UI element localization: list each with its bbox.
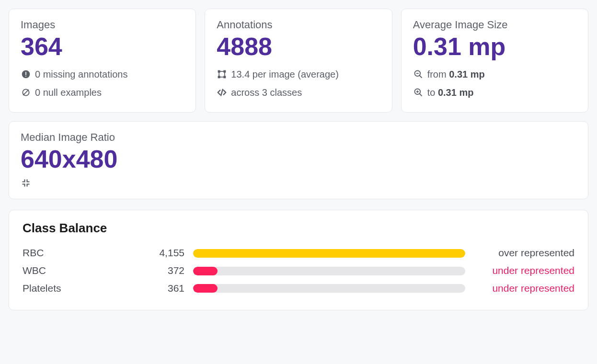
minimize-icon: [21, 178, 31, 188]
median-ratio-title: Median Image Ratio: [21, 131, 576, 144]
annotations-perimage-text: 13.4 per image (average): [231, 65, 339, 83]
median-ratio-icon-row: [21, 178, 576, 188]
class-name: WBC: [23, 262, 138, 280]
class-bar-fill: [193, 284, 218, 293]
avg-size-to-text: to 0.31 mp: [427, 83, 474, 102]
avg-size-title: Average Image Size: [413, 19, 576, 31]
class-balance-row: RBC4,155over represented: [23, 244, 574, 262]
class-name: Platelets: [23, 280, 138, 297]
svg-rect-8: [218, 76, 220, 78]
avg-size-card: Average Image Size 0.31 mp from 0.31 mp …: [401, 9, 588, 113]
svg-line-12: [419, 76, 422, 78]
class-count: 361: [146, 280, 184, 297]
class-balance-card: Class Balance RBC4,155over representedWB…: [9, 210, 588, 310]
svg-rect-1: [25, 72, 26, 75]
class-status: under represented: [474, 262, 574, 280]
svg-line-15: [419, 94, 422, 96]
avg-size-from-row: from 0.31 mp: [413, 65, 576, 83]
images-null-text: 0 null examples: [35, 83, 102, 102]
class-bar: [193, 249, 465, 258]
annotations-card: Annotations 4888 13.4 per image (average…: [205, 9, 392, 113]
bounding-box-icon: [217, 69, 227, 80]
svg-rect-2: [25, 76, 26, 77]
class-balance-rows: RBC4,155over representedWBC372under repr…: [23, 244, 574, 297]
svg-rect-6: [218, 71, 220, 72]
annotations-classes-text: across 3 classes: [231, 83, 302, 102]
class-balance-row: Platelets361under represented: [23, 280, 574, 297]
images-title: Images: [21, 19, 184, 31]
annotations-classes-row: across 3 classes: [217, 83, 380, 102]
annotations-perimage-row: 13.4 per image (average): [217, 65, 380, 83]
zoom-out-icon: [413, 69, 424, 80]
annotations-value: 4888: [217, 33, 380, 60]
avg-size-to-row: to 0.31 mp: [413, 83, 576, 102]
avg-size-from-text: from 0.31 mp: [427, 65, 485, 83]
stats-top-row: Images 364 0 missing annotations 0 null …: [9, 9, 588, 113]
svg-rect-9: [224, 76, 225, 78]
class-bar-fill: [193, 267, 218, 275]
images-missing-text: 0 missing annotations: [35, 65, 127, 83]
median-ratio-value: 640x480: [21, 146, 576, 173]
avg-size-value: 0.31 mp: [413, 33, 576, 60]
class-bar: [193, 284, 465, 293]
class-balance-title: Class Balance: [23, 221, 574, 236]
annotations-title: Annotations: [217, 19, 380, 31]
zoom-in-icon: [413, 87, 424, 98]
images-null-row: 0 null examples: [21, 83, 184, 102]
median-ratio-card: Median Image Ratio 640x480: [9, 121, 588, 199]
class-name: RBC: [23, 244, 138, 262]
images-missing-row: 0 missing annotations: [21, 65, 184, 83]
class-status: under represented: [474, 280, 574, 297]
class-bar-fill: [193, 249, 465, 258]
class-count: 372: [146, 262, 184, 280]
svg-rect-7: [224, 71, 225, 72]
class-status: over represented: [474, 244, 574, 262]
alert-circle-icon: [21, 69, 31, 80]
svg-line-10: [221, 90, 223, 96]
images-value: 364: [21, 33, 184, 60]
code-icon: [217, 87, 227, 98]
null-set-icon: [21, 87, 31, 98]
images-card: Images 364 0 missing annotations 0 null …: [9, 9, 196, 113]
class-balance-row: WBC372under represented: [23, 262, 574, 280]
class-count: 4,155: [146, 244, 184, 262]
class-bar: [193, 267, 465, 275]
